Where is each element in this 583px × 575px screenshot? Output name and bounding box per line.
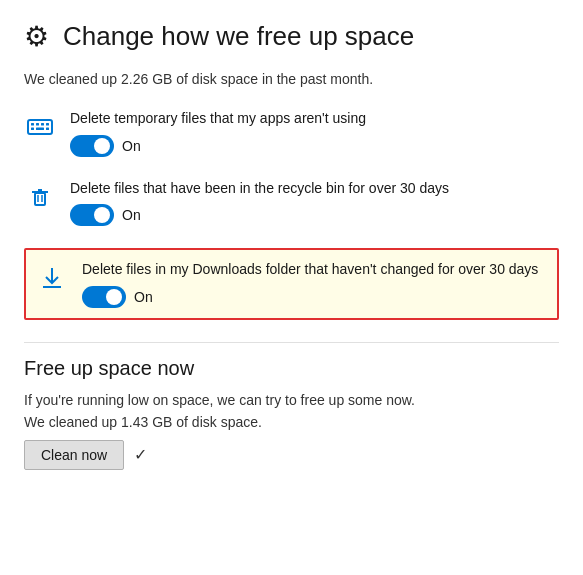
- clean-row: Clean now ✓: [24, 440, 559, 470]
- toggle-downloads[interactable]: [82, 286, 126, 308]
- clean-now-button[interactable]: Clean now: [24, 440, 124, 470]
- page-header: ⚙ Change how we free up space: [24, 20, 559, 53]
- svg-rect-8: [35, 193, 45, 205]
- svg-rect-4: [46, 123, 49, 126]
- setting-temp-files: Delete temporary files that my apps aren…: [24, 109, 559, 157]
- svg-rect-7: [46, 128, 49, 131]
- page-title: Change how we free up space: [63, 21, 414, 52]
- svg-rect-6: [36, 128, 44, 131]
- setting-temp-files-label: Delete temporary files that my apps aren…: [70, 109, 366, 129]
- svg-rect-1: [31, 123, 34, 126]
- subtitle-text: We cleaned up 2.26 GB of disk space in t…: [24, 71, 559, 87]
- setting-downloads-label: Delete files in my Downloads folder that…: [82, 260, 538, 280]
- setting-recycle-bin: Delete files that have been in the recyc…: [24, 179, 559, 227]
- free-space-title: Free up space now: [24, 357, 559, 380]
- toggle-temp-files-row: On: [70, 135, 366, 157]
- toggle-recycle-bin-row: On: [70, 204, 449, 226]
- gear-icon: ⚙: [24, 20, 49, 53]
- setting-temp-files-content: Delete temporary files that my apps aren…: [70, 109, 366, 157]
- free-space-desc2: We cleaned up 1.43 GB of disk space.: [24, 414, 559, 430]
- free-space-desc1: If you're running low on space, we can t…: [24, 392, 559, 408]
- keyboard-icon: [24, 111, 56, 143]
- trash-icon: [24, 181, 56, 213]
- toggle-recycle-bin-state: On: [122, 207, 141, 223]
- toggle-temp-files-state: On: [122, 138, 141, 154]
- svg-rect-2: [36, 123, 39, 126]
- setting-recycle-bin-label: Delete files that have been in the recyc…: [70, 179, 449, 199]
- setting-downloads: Delete files in my Downloads folder that…: [24, 248, 559, 320]
- svg-rect-3: [41, 123, 44, 126]
- section-divider: [24, 342, 559, 343]
- svg-rect-5: [31, 128, 34, 131]
- toggle-downloads-state: On: [134, 289, 153, 305]
- download-icon: [36, 262, 68, 294]
- toggle-temp-files[interactable]: [70, 135, 114, 157]
- checkmark-icon: ✓: [134, 445, 147, 464]
- setting-recycle-bin-content: Delete files that have been in the recyc…: [70, 179, 449, 227]
- svg-rect-0: [28, 120, 52, 134]
- setting-downloads-content: Delete files in my Downloads folder that…: [82, 260, 538, 308]
- toggle-recycle-bin[interactable]: [70, 204, 114, 226]
- toggle-downloads-row: On: [82, 286, 538, 308]
